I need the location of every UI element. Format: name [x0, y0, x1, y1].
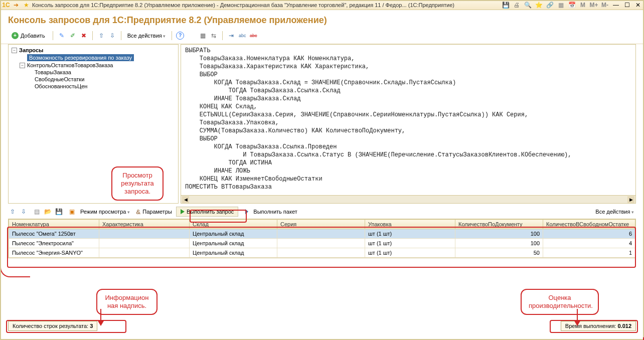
- callout-tail: [0, 258, 30, 277]
- maximize-icon[interactable]: ☐: [623, 1, 631, 9]
- cell: [99, 229, 190, 239]
- table-row[interactable]: Пылесос "Электросила" Центральный склад …: [9, 239, 635, 248]
- cell: Пылесос "Электросила": [9, 239, 99, 248]
- play-icon: [181, 209, 185, 214]
- cell: [277, 229, 365, 239]
- callout-info-caption: Информацион ная надпись.: [96, 289, 157, 315]
- tool-icon-3[interactable]: ⇥: [227, 31, 236, 40]
- tool-icon-2[interactable]: ⇆: [209, 31, 218, 40]
- edit-icon[interactable]: ✐: [68, 31, 77, 40]
- cell: [99, 239, 190, 248]
- col-header[interactable]: КоличествоВСвободномОстатке: [543, 220, 635, 229]
- cell: Центральный склад: [190, 239, 277, 248]
- nav-up-icon[interactable]: ⇧: [8, 207, 17, 216]
- callout-perf: Оценка производительности.: [521, 289, 599, 315]
- tree-root[interactable]: − Запросы: [11, 47, 176, 54]
- col-header[interactable]: Серия: [277, 220, 365, 229]
- tree-item-label: ТоварыЗаказа: [35, 69, 71, 75]
- save-icon[interactable]: 💾: [502, 1, 510, 9]
- m-plus-icon[interactable]: M+: [590, 1, 598, 9]
- titlebar: 1С ➔ ★ Консоль запросов для 1С:Предприят…: [0, 0, 644, 10]
- row-count-status: Количество строк результата: 3: [8, 321, 97, 331]
- star-icon[interactable]: ★: [22, 1, 30, 9]
- cell: Центральный склад: [190, 248, 277, 258]
- move-up-icon[interactable]: ⇧: [97, 31, 106, 40]
- code-editor[interactable]: ВЫБРАТЬ ТоварыЗаказа.Номенклатура КАК Но…: [181, 45, 635, 195]
- cell: шт (1 шт): [365, 248, 455, 258]
- scroll-left-icon[interactable]: ◀: [182, 196, 189, 203]
- collapse-icon[interactable]: −: [12, 48, 17, 53]
- cell: 50: [455, 248, 543, 258]
- col-header[interactable]: Упаковка: [365, 220, 455, 229]
- add-button[interactable]: + Добавить: [8, 31, 49, 41]
- tool-icon-abc[interactable]: abc: [238, 31, 247, 40]
- view-mode-dropdown[interactable]: Режим просмотра: [78, 208, 132, 216]
- close-icon[interactable]: ✕: [634, 1, 642, 9]
- copy-icon[interactable]: ✎: [57, 31, 66, 40]
- row-count-label: Количество строк результата:: [13, 323, 88, 329]
- col-header[interactable]: КоличествоПоДокументу: [455, 220, 543, 229]
- print-icon[interactable]: 🖨: [513, 1, 521, 9]
- exec-time-label: Время выполнения:: [565, 323, 616, 329]
- favorite-icon[interactable]: ⭐: [535, 1, 543, 9]
- horizontal-scrollbar[interactable]: ◀ ▶: [181, 195, 635, 203]
- params-button[interactable]: Параметры: [142, 209, 172, 215]
- col-header[interactable]: Характеристика: [99, 220, 190, 229]
- help-icon[interactable]: ?: [176, 32, 184, 40]
- calendar-icon[interactable]: 📅: [568, 1, 576, 9]
- delete-icon[interactable]: ✖: [79, 31, 88, 40]
- m-minus-icon[interactable]: M-: [601, 1, 609, 9]
- results-table[interactable]: Номенклатура Характеристика Склад Серия …: [9, 219, 635, 258]
- run-batch-button[interactable]: Выполнить пакет: [253, 209, 297, 215]
- cell: 100: [455, 239, 543, 248]
- plus-icon: +: [12, 32, 19, 39]
- tool-icon-abc-strike[interactable]: abc: [249, 31, 258, 40]
- cell: 4: [543, 239, 635, 248]
- scroll-right-icon[interactable]: ▶: [627, 196, 634, 203]
- tree-item-label: Возможность резервирования по заказу: [27, 54, 134, 61]
- run-batch-icon: [242, 207, 251, 216]
- all-actions-bottom-dropdown[interactable]: Все действия: [593, 208, 636, 216]
- app-1c-icon: 1С: [2, 1, 10, 9]
- tree-item[interactable]: Возможность резервирования по заказу: [11, 54, 176, 62]
- tree-item[interactable]: ОбоснованностьЦен: [11, 83, 176, 90]
- tree-item[interactable]: ТоварыЗаказа: [11, 69, 176, 76]
- run-query-label: Выполнить запрос: [187, 209, 234, 215]
- preview-icon[interactable]: 🔍: [524, 1, 532, 9]
- cell: шт (1 шт): [365, 239, 455, 248]
- results-table-wrap: Номенклатура Характеристика Склад Серия …: [8, 219, 636, 258]
- table-header-row: Номенклатура Характеристика Склад Серия …: [9, 220, 635, 229]
- tree-item[interactable]: − КонтрольОстатковТоваровЗаказа: [11, 62, 176, 69]
- all-actions-dropdown[interactable]: Все действия: [125, 32, 168, 40]
- exec-time-status: Время выполнения: 0.012: [561, 321, 636, 331]
- tree-item[interactable]: СвободныеОстатки: [11, 76, 176, 83]
- collapse-icon[interactable]: −: [20, 63, 25, 68]
- nav-down-icon[interactable]: ⇩: [19, 207, 28, 216]
- col-header[interactable]: Склад: [190, 220, 277, 229]
- table-row[interactable]: Пылесос "Энергия-SANYO" Центральный скла…: [9, 248, 635, 258]
- save-result-icon[interactable]: 💾: [54, 207, 63, 216]
- callout-view-result: Просмотр результата запроса.: [111, 166, 164, 201]
- open-icon[interactable]: 📂: [43, 207, 52, 216]
- move-down-icon[interactable]: ⇩: [108, 31, 117, 40]
- callout-tail: [100, 309, 101, 322]
- tree-item-label: СвободныеОстатки: [35, 76, 84, 82]
- sheet-icon[interactable]: ▤: [32, 207, 41, 216]
- calc-icon[interactable]: ▦: [557, 1, 565, 9]
- cell: Центральный склад: [190, 229, 277, 239]
- link-icon[interactable]: 🔗: [546, 1, 554, 9]
- minimize-icon[interactable]: —: [612, 1, 620, 9]
- cell: 6: [543, 229, 635, 239]
- table-row[interactable]: Пылесос "Омега" 1250вт Центральный склад…: [9, 229, 635, 239]
- m-icon[interactable]: M: [579, 1, 587, 9]
- exec-time-value: 0.012: [617, 323, 631, 329]
- run-query-button[interactable]: Выполнить запрос: [176, 207, 238, 217]
- col-header[interactable]: Номенклатура: [9, 220, 99, 229]
- view-icon[interactable]: ▣: [67, 207, 76, 216]
- forward-icon[interactable]: ➔: [12, 1, 20, 9]
- cell: 100: [455, 229, 543, 239]
- page-title: Консоль запросов для 1С:Предприятие 8.2 …: [0, 10, 644, 30]
- tool-icon-1[interactable]: ▦: [198, 31, 207, 40]
- tree-item-label: КонтрольОстатковТоваровЗаказа: [27, 62, 113, 68]
- upper-toolbar: + Добавить ✎ ✐ ✖ ⇧ ⇩ Все действия ? ▦ ⇆ …: [0, 30, 644, 44]
